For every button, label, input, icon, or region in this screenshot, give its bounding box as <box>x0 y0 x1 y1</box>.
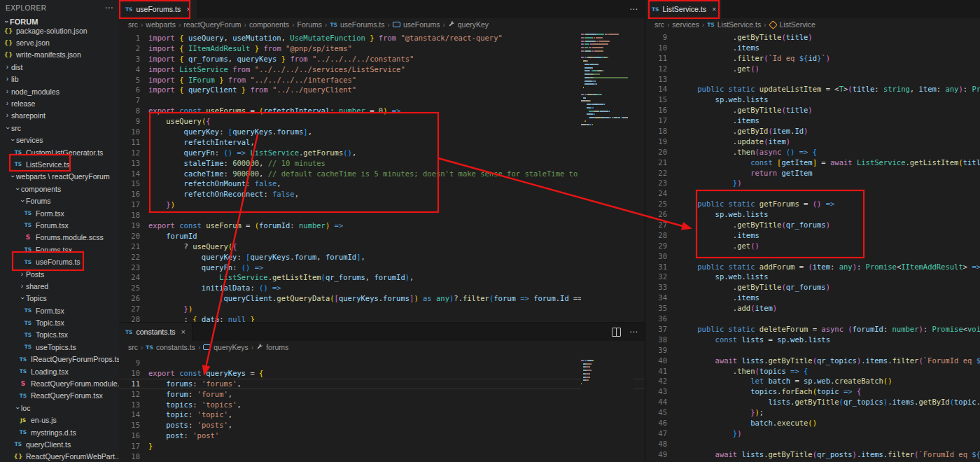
code-line[interactable]: 28 : { data: null } <box>119 314 645 322</box>
code-area[interactable]: 910export const queryKeys = {11 forums: … <box>119 354 645 462</box>
tree-item[interactable]: ›dist <box>0 61 119 73</box>
code-line[interactable]: 27 .getByTitle(qr_forums) <box>645 220 980 230</box>
breadcrumb-item[interactable]: useForums <box>393 20 440 29</box>
breadcrumb-item[interactable]: src <box>128 343 138 351</box>
tree-item[interactable]: TSForm.tsx <box>0 207 119 219</box>
code-line[interactable]: 16 refetchOnReconnect: false, <box>119 189 645 200</box>
code-line[interactable]: 34 .items <box>645 293 980 303</box>
tree-item[interactable]: ›src <box>0 122 119 134</box>
breadcrumb-item[interactable]: Forums <box>297 20 322 29</box>
tree-item[interactable]: ›services <box>0 134 119 146</box>
code-line[interactable]: 17} <box>119 441 645 451</box>
code-line[interactable]: 25 public static getForums = () => <box>645 199 980 209</box>
tree-item[interactable]: TSmystrings.d.ts <box>0 426 119 438</box>
tab-constants-ts[interactable]: TSconstants.ts× <box>119 323 192 341</box>
code-area[interactable]: 1import { useQuery, useMutation, UseMuta… <box>119 31 645 322</box>
code-line[interactable]: 45 }); <box>645 407 980 418</box>
breadcrumb-item[interactable]: components <box>249 20 289 29</box>
tree-item[interactable]: ›release <box>0 97 119 109</box>
code-line[interactable]: 15 posts: 'posts', <box>119 420 645 430</box>
code-line[interactable]: 14 cacheTime: 900000, // default cacheTi… <box>119 169 645 179</box>
code-line[interactable]: 21 const [getItem] = await ListService.g… <box>645 158 980 168</box>
code-line[interactable]: 32 sp.web.lists <box>645 272 980 282</box>
tree-item[interactable]: JSen-us.js <box>0 414 119 426</box>
code-line[interactable]: 9 .getByTitle(title) <box>645 32 980 43</box>
breadcrumb-item[interactable]: TSuseForums.ts <box>330 20 384 29</box>
code-line[interactable]: 18 .getById(item.Id) <box>645 126 980 136</box>
close-icon[interactable]: × <box>186 5 190 13</box>
tree-item[interactable]: TSForums.tsx <box>0 244 119 255</box>
tree-item[interactable]: TSForm.tsx <box>0 304 119 316</box>
code-line[interactable]: 36 <box>645 314 980 324</box>
tree-item[interactable]: TSReactQueryForum.tsx <box>0 390 119 402</box>
code-line[interactable]: 7 <box>119 95 645 106</box>
code-line[interactable]: 20 forumId <box>119 231 645 241</box>
tree-item[interactable]: ›webparts \ reactQueryForum <box>0 171 119 183</box>
tree-item[interactable]: TSLoading.tsx <box>0 365 119 377</box>
code-line[interactable]: 5import { IForum } from "../../../../int… <box>119 75 645 85</box>
code-line[interactable]: 15 sp.web.lists <box>645 94 980 105</box>
more-actions-icon[interactable]: ⋯ <box>629 327 638 337</box>
code-line[interactable]: 12 queryFn: () => ListService.getForums(… <box>119 148 645 158</box>
tree-item[interactable]: {}write-manifests.json <box>0 49 119 61</box>
code-line[interactable]: 21 ? useQuery({ <box>119 241 645 252</box>
tree-item[interactable]: {}ReactQueryForumWebPart.... <box>0 451 119 462</box>
code-line[interactable]: 13 staleTime: 600000, // 10 minutes <box>119 158 645 169</box>
code-area[interactable]: 9 .getByTitle(title)10 .items11 .filter(… <box>645 31 980 462</box>
breadcrumb-item[interactable]: webparts <box>146 20 176 29</box>
tree-item[interactable]: ›shared <box>0 280 119 292</box>
tree-item[interactable]: SForums.module.scss <box>0 232 119 244</box>
code-line[interactable]: 12 forum: 'forum', <box>119 389 645 400</box>
close-icon[interactable]: × <box>181 328 186 336</box>
tree-item[interactable]: {}serve.json <box>0 36 119 48</box>
code-line[interactable]: 22 return getItem <box>645 168 980 178</box>
tree-item[interactable]: TSTopics.tsx <box>0 329 119 341</box>
tree-item[interactable]: TSuseTopics.ts <box>0 341 119 353</box>
code-line[interactable]: 13 topics: 'topics', <box>119 400 645 410</box>
code-line[interactable]: 11 .filter(`Id eq ${id}`) <box>645 53 980 64</box>
tree-item[interactable]: TSForum.tsx <box>0 219 119 231</box>
tree-item[interactable]: ›Forums <box>0 195 119 206</box>
tree-item[interactable]: ›node_modules <box>0 85 119 97</box>
code-line[interactable]: 35 .add(item) <box>645 303 980 314</box>
breadcrumb-item[interactable]: ListService <box>769 20 816 29</box>
code-line[interactable]: 12 .get() <box>645 64 980 74</box>
tree-item[interactable]: TSIReactQueryForumProps.ts <box>0 354 119 365</box>
tree-item[interactable]: ›components <box>0 183 119 195</box>
breadcrumb-item[interactable]: TSconstants.ts <box>146 343 195 351</box>
breadcrumb-item[interactable]: queryKey <box>448 20 489 29</box>
code-line[interactable]: 37 public static deleteForum = async (fo… <box>645 324 980 335</box>
code-line[interactable]: 26 (queryClient.getQueryData([queryKeys.… <box>119 293 645 304</box>
breadcrumb-item[interactable]: src <box>654 20 664 29</box>
code-line[interactable]: 30 <box>645 251 980 262</box>
code-line[interactable]: 19export const useForum = (forumId: numb… <box>119 220 645 231</box>
code-line[interactable]: 10export const queryKeys = { <box>119 368 645 379</box>
code-line[interactable]: 38 const lists = sp.web.lists <box>645 335 980 345</box>
tree-item[interactable]: TSqueryClient.ts <box>0 438 119 450</box>
code-line[interactable]: 28 .items <box>645 230 980 241</box>
code-line[interactable]: 11 refetchInterval, <box>119 137 645 148</box>
code-line[interactable]: 29 .get() <box>645 241 980 251</box>
code-line[interactable]: 31 public static addForum = (item: any):… <box>645 262 980 272</box>
code-line[interactable]: 10 .items <box>645 43 980 53</box>
tab-ListService-ts[interactable]: TSListService.ts× <box>645 0 723 18</box>
code-line[interactable]: 33 .getByTitle(qr_forums) <box>645 282 980 293</box>
breadcrumb-item[interactable]: services <box>672 20 699 29</box>
code-line[interactable]: 23 queryFn: () => <box>119 262 645 273</box>
tree-item[interactable]: ›loc <box>0 402 119 414</box>
code-line[interactable]: 42 let batch = sp.web.createBatch() <box>645 376 980 386</box>
workspace-root-row[interactable]: › FORUM <box>0 15 119 28</box>
code-line[interactable]: 4import ListService from "../../../../se… <box>119 64 645 75</box>
code-line[interactable]: 17 .items <box>645 115 980 126</box>
code-line[interactable]: 3import { qr_forums, queryKeys } from ".… <box>119 54 645 64</box>
tree-item[interactable]: ›Topics <box>0 293 119 304</box>
tree-item[interactable]: TSTopic.tsx <box>0 316 119 328</box>
code-line[interactable]: 11 forums: 'forums', <box>119 379 645 389</box>
code-line[interactable]: 14 topic: 'topic', <box>119 410 645 420</box>
tree-item[interactable]: TSListService.ts <box>0 158 119 170</box>
code-line[interactable]: 18 <box>119 210 645 220</box>
code-line[interactable]: 24 <box>645 188 980 199</box>
code-line[interactable]: 17 }) <box>119 200 645 210</box>
code-line[interactable]: 9 useQuery({ <box>119 116 645 127</box>
more-actions-icon[interactable]: ⋯ <box>629 4 638 14</box>
